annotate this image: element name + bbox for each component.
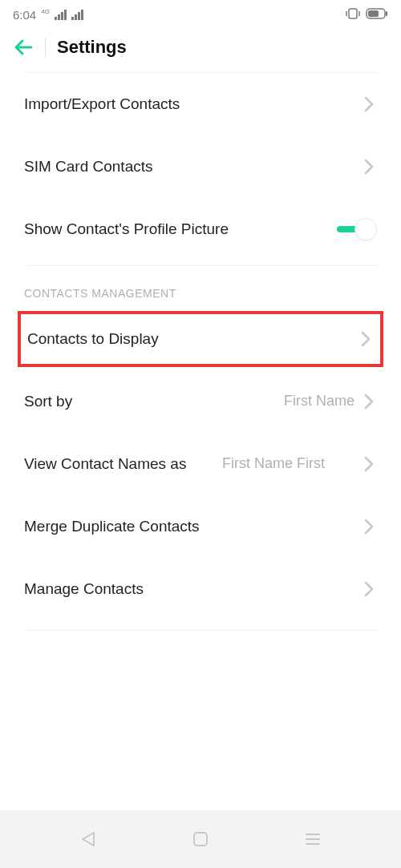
chevron-right-icon — [364, 394, 377, 410]
nav-home-button[interactable] — [188, 827, 213, 851]
signal-icon — [55, 9, 67, 20]
header-divider — [45, 38, 46, 57]
toggle-profile-picture[interactable] — [337, 217, 377, 241]
menu-recents-icon — [304, 832, 322, 846]
vibrate-icon — [345, 7, 361, 22]
row-label: Contacts to Display — [27, 329, 361, 349]
row-label: SIM Card Contacts — [24, 156, 364, 177]
row-value: First Name First — [222, 455, 325, 472]
chevron-right-icon — [364, 456, 377, 472]
triangle-back-icon — [80, 830, 96, 848]
row-label: View Contact Names as — [24, 454, 192, 474]
page-title: Settings — [57, 37, 127, 58]
row-view-names-as[interactable]: View Contact Names as First Name First — [24, 433, 377, 495]
row-label: Manage Contacts — [24, 579, 364, 600]
svg-rect-0 — [349, 9, 357, 18]
back-button[interactable] — [13, 37, 34, 58]
square-home-icon — [192, 830, 209, 848]
divider — [24, 630, 377, 631]
system-nav-bar — [0, 810, 401, 868]
row-import-export[interactable]: Import/Export Contacts — [24, 73, 377, 135]
row-profile-picture: Show Contact's Profile Picture — [24, 198, 377, 260]
row-label: Show Contact's Profile Picture — [24, 219, 337, 240]
row-contacts-to-display[interactable]: Contacts to Display — [21, 314, 380, 364]
signal-icon-2 — [71, 9, 83, 20]
row-sim-contacts[interactable]: SIM Card Contacts — [24, 135, 377, 198]
chevron-right-icon — [364, 519, 377, 535]
row-label: Sort by — [24, 391, 284, 412]
svg-rect-6 — [194, 833, 207, 846]
row-sort-by[interactable]: Sort by First Name — [24, 370, 377, 433]
svg-rect-5 — [386, 11, 387, 16]
nav-back-button[interactable] — [76, 827, 100, 851]
row-manage-contacts[interactable]: Manage Contacts — [24, 558, 377, 620]
chevron-right-icon — [364, 581, 377, 597]
status-bar: 6:04 4G — [0, 0, 401, 26]
section-header-contacts-management: CONTACTS MANAGEMENT — [0, 266, 401, 306]
svg-rect-4 — [368, 10, 379, 17]
row-label: Merge Duplicate Contacts — [24, 516, 364, 537]
chevron-right-icon — [364, 96, 377, 112]
arrow-left-icon — [14, 39, 33, 55]
app-header: Settings — [0, 26, 401, 72]
battery-icon — [366, 8, 388, 22]
row-merge-duplicates[interactable]: Merge Duplicate Contacts — [24, 495, 377, 558]
network-indicator: 4G — [41, 8, 50, 15]
nav-recents-button[interactable] — [301, 827, 325, 851]
clock: 6:04 — [13, 8, 36, 22]
chevron-right-icon — [361, 331, 374, 347]
row-label: Import/Export Contacts — [24, 94, 364, 115]
row-value: First Name — [284, 393, 354, 410]
chevron-right-icon — [364, 159, 377, 175]
highlight-contacts-to-display: Contacts to Display — [18, 311, 383, 367]
